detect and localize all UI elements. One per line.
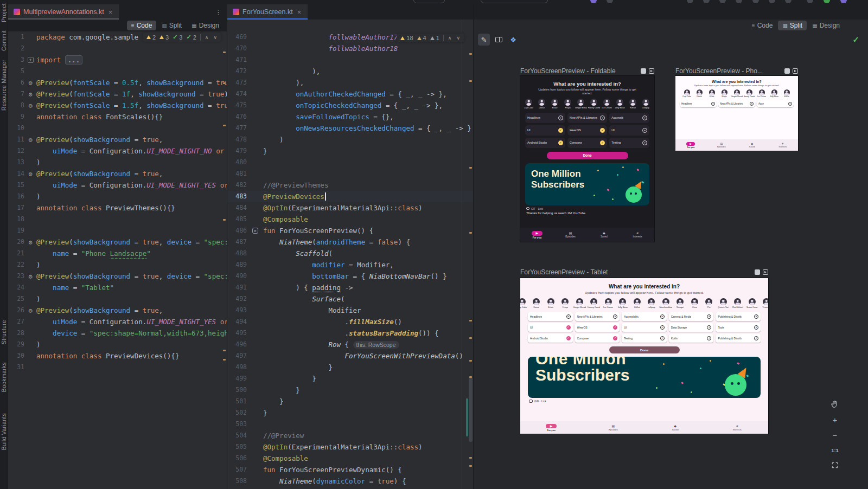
titlebar-icon[interactable] (807, 0, 813, 3)
code-line[interactable]: 8⚙@Preview(fontScale = 1.5f, showBackgro… (8, 100, 227, 111)
view-mode-code[interactable]: ≡Code (127, 21, 157, 30)
preview-settings-gear-icon[interactable]: ⚙ (28, 171, 32, 177)
titlebar-icon[interactable] (769, 0, 775, 3)
author-item[interactable]: Jelly Bean (614, 99, 626, 109)
titlebar-icon[interactable] (703, 0, 710, 3)
code-line[interactable]: 497 ForYouScreenWithPreviewData() (227, 350, 473, 362)
code-line[interactable]: 498 } (227, 362, 473, 373)
topic-chip[interactable]: Acce+ (757, 100, 794, 107)
preview-phone-card[interactable]: What are you interested in?Updates from … (675, 76, 798, 151)
follow-plus-icon[interactable]: + (788, 102, 792, 106)
followed-check-icon[interactable]: ✓ (613, 325, 617, 330)
topic-chip[interactable]: Camera & Media+ (669, 312, 714, 321)
follow-plus-icon[interactable]: + (613, 314, 617, 319)
author-item[interactable]: Honey Comb (588, 298, 601, 308)
titlebar-icon[interactable] (687, 0, 693, 3)
view-mode-design[interactable]: ▦Design (187, 21, 224, 30)
code-line[interactable]: 495 .statusBarsPadding()) { (227, 327, 473, 339)
titlebar-icon[interactable] (752, 0, 759, 3)
code-line[interactable]: 478 ) (227, 134, 473, 145)
topic-chip[interactable]: Headlines+ (525, 113, 565, 123)
run-preview-icon[interactable] (649, 68, 654, 74)
code-line[interactable]: 505@OptIn(ExperimentalMaterial3Api::clas… (227, 441, 473, 453)
view-mode-split[interactable]: ▥Split (778, 21, 807, 30)
view-mode-split[interactable]: ▥Split (157, 21, 186, 30)
view-mode-code[interactable]: ≡Code (748, 21, 777, 30)
authors-row[interactable]: Cup CakeDonutEclairFroyoGinger BreadHone… (520, 298, 768, 308)
follow-plus-icon[interactable]: + (642, 115, 647, 120)
done-button[interactable]: Done (547, 152, 628, 159)
inspection-ok[interactable]: ✓3 (173, 34, 182, 41)
nav-item-interests[interactable]: #Interests (706, 424, 768, 431)
topic-chip[interactable]: Kotlin+ (669, 334, 714, 343)
code-line[interactable]: 500 } (227, 384, 473, 396)
nav-item-episodes[interactable]: ▤Episodes (582, 424, 644, 431)
nav-item-interests[interactable]: #Interests (768, 143, 799, 148)
author-item[interactable]: Ginger Bread (573, 298, 586, 308)
code-area[interactable]: 469 follwableAuthor17,470 follwableAutho… (227, 31, 473, 487)
folded-imports-icon[interactable]: + (28, 57, 34, 63)
next-issue-button[interactable]: ∨ (456, 35, 461, 41)
topic-chip[interactable]: New APIs & Libraries+ (718, 100, 755, 107)
titlebar-icon[interactable] (607, 0, 613, 3)
topic-chip[interactable]: Android Studio✓ (528, 334, 573, 343)
tool-window-button-structure[interactable]: Structure (1, 320, 7, 344)
code-line[interactable]: 17annotation class PreviewThemes(){} (8, 202, 227, 214)
close-tab-icon[interactable]: × (107, 8, 114, 17)
author-item[interactable]: Ginger Bread (575, 99, 587, 109)
run-preview-icon[interactable] (793, 68, 798, 74)
code-line[interactable]: 503 (227, 419, 473, 430)
inspections-widget[interactable]: 1841∧∨ (397, 34, 464, 42)
code-line[interactable]: 471 (227, 54, 473, 66)
author-item[interactable]: Ice Cream (756, 89, 768, 98)
tool-window-button-build-variants[interactable]: Build Variants (1, 413, 7, 450)
author-item[interactable]: Red Velvet (731, 298, 745, 308)
follow-plus-icon[interactable]: + (754, 336, 758, 340)
code-line[interactable]: 475 onTopicCheckedChanged = { _, _ -> }, (227, 100, 473, 111)
zoom-in-button[interactable]: + (829, 414, 841, 426)
inspection-warning[interactable]: 3 (159, 34, 169, 41)
code-line[interactable]: 470 follwableAuthor18 (227, 43, 473, 54)
topic-chip[interactable]: Testing+ (609, 138, 649, 148)
code-line[interactable]: 496 Row { this: RowScope (227, 339, 473, 350)
code-editor[interactable]: 469 follwableAuthor17,470 follwableAutho… (227, 20, 473, 489)
nav-item-for-you[interactable]: ▶For you (520, 231, 554, 239)
follow-plus-icon[interactable]: + (660, 336, 665, 340)
code-line[interactable]: 486fun ForYouScreenPreview() { (227, 225, 473, 236)
author-item[interactable]: Honey Comb (744, 89, 755, 98)
topic-chip[interactable]: Accessib+ (609, 113, 649, 123)
code-line[interactable]: 473 ), (227, 77, 473, 88)
author-item[interactable]: Pie (703, 298, 716, 308)
preview-settings-gear-icon[interactable]: ⚙ (28, 307, 32, 314)
author-item[interactable]: Froyo (559, 298, 572, 308)
device-view-icon[interactable] (493, 34, 505, 46)
follow-plus-icon[interactable]: + (566, 314, 571, 319)
code-line[interactable]: 21 name = "Phone Landsacpe" (8, 248, 227, 259)
author-item[interactable]: Ice Cream (601, 99, 613, 109)
preview-foldable-card[interactable]: What are you interested in?Updates from … (520, 76, 654, 242)
follow-plus-icon[interactable]: + (707, 336, 711, 340)
author-item[interactable]: Donut (530, 298, 544, 308)
interactive-preview-icon[interactable] (755, 269, 760, 275)
follow-plus-icon[interactable]: + (754, 325, 758, 330)
zoom-reset-button[interactable]: 1:1 (829, 444, 841, 456)
author-item[interactable]: Donut (536, 99, 548, 109)
topic-chip[interactable]: Accessibility+ (622, 312, 667, 321)
code-line[interactable]: 507fun ForYouScreenPreviewDynamic() { (227, 464, 473, 475)
follow-plus-icon[interactable]: + (707, 325, 711, 330)
topic-chip[interactable]: Headlines+ (680, 100, 717, 107)
inspection-warning[interactable]: 2 (146, 34, 156, 41)
preview-settings-gear-icon[interactable]: ⚙ (28, 91, 32, 98)
author-item[interactable]: Honey Comb (588, 99, 600, 109)
code-line[interactable]: 6⚙@Preview(fontScale = 0.5f, showBackgro… (8, 77, 227, 88)
code-line[interactable]: 11⚙@Preview(showBackground = true, (8, 134, 227, 145)
topic-chip[interactable]: Publishing & Distrib+ (716, 312, 761, 321)
code-line[interactable]: 12 uiMode = Configuration.UI_MODE_NIGHT_… (8, 145, 227, 157)
authors-row[interactable]: Cup CakeDonutEclairFroyoGinger BreadHone… (675, 89, 798, 98)
code-line[interactable]: 10 (8, 123, 227, 134)
tab-options-kebab-icon[interactable]: ⋮ (210, 4, 227, 20)
follow-plus-icon[interactable]: + (660, 314, 665, 319)
topic-chip[interactable]: Data Storage+ (669, 323, 714, 332)
preview-settings-gear-icon[interactable]: ⚙ (28, 80, 32, 86)
pencil-icon[interactable]: ✎ (478, 34, 490, 46)
